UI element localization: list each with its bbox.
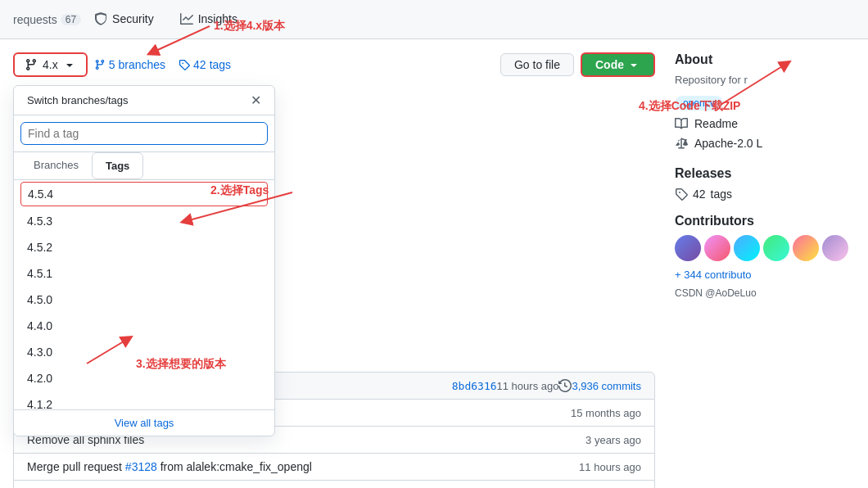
dropdown-list-item[interactable]: 4.5.1	[14, 260, 274, 287]
tag-search-input[interactable]	[20, 122, 268, 145]
branch-selector-button[interactable]: 4.x	[13, 52, 88, 77]
tags-count-link[interactable]: 42 tags	[675, 188, 855, 201]
file-time: 15 months ago	[571, 407, 641, 419]
dropdown-title: Switch branches/tags	[27, 94, 129, 106]
dropdown-search	[14, 115, 274, 152]
main-container: 1.选择4.x版本 4.x 5 branches	[0, 39, 868, 488]
tags-text-label: tags	[711, 188, 732, 201]
sidebar: About Repository for r opencv Readme Apa…	[675, 52, 855, 488]
topic-badge[interactable]: opencv	[675, 96, 723, 111]
tag-icon	[179, 59, 190, 70]
view-all-tags[interactable]: View all tags	[14, 409, 274, 436]
graph-icon	[180, 12, 193, 25]
code-button[interactable]: Code	[581, 52, 655, 77]
requests-label: requests	[13, 13, 57, 26]
contributor-avatars	[675, 235, 855, 261]
contributors-section: Contributors + 344 contributo CSDN @AoDe…	[675, 214, 855, 299]
table-row: Merge pull request #3128 from alalek:cma…	[14, 454, 654, 481]
tags-link[interactable]: 42 tags	[179, 58, 231, 71]
dropdown-list-item[interactable]: 4.3.0	[14, 339, 274, 365]
contributors-title: Contributors	[675, 214, 855, 228]
tags-tab[interactable]: Tags	[92, 152, 143, 179]
branch-bar-wrapper: 1.选择4.x版本 4.x 5 branches	[13, 52, 655, 77]
branch-bar: 4.x 5 branches 42 tags G	[13, 52, 655, 77]
commit-hash[interactable]: 8bd6316	[452, 380, 497, 392]
avatar[interactable]	[734, 235, 760, 261]
releases-section: Releases 42 tags	[675, 166, 855, 201]
repo-content: 1.选择4.x版本 4.x 5 branches	[13, 52, 655, 488]
file-time: 11 hours ago	[579, 461, 641, 473]
file-time: 3 years ago	[585, 434, 641, 446]
readme-link[interactable]: Readme	[675, 117, 855, 130]
history-icon	[558, 379, 572, 392]
commits-count[interactable]: 3,936 commits	[572, 380, 641, 392]
tags-count: 42	[193, 58, 206, 71]
security-nav-item[interactable]: Security	[81, 2, 167, 37]
git-branch-icon	[25, 58, 38, 71]
code-label: Code	[595, 58, 624, 71]
tag-small-icon	[675, 188, 688, 201]
avatar[interactable]	[704, 235, 730, 261]
csdn-credit: CSDN @AoDeLuo	[675, 287, 855, 299]
law-icon	[675, 137, 688, 150]
avatar[interactable]	[793, 235, 819, 261]
readme-label: Readme	[694, 117, 738, 130]
avatar[interactable]	[763, 235, 789, 261]
branches-label: branches	[118, 58, 165, 71]
about-section: About Repository for r opencv Readme Apa…	[675, 52, 855, 150]
tags-label: tags	[210, 58, 231, 71]
avatar[interactable]	[675, 235, 701, 261]
dropdown-close-button[interactable]: ✕	[251, 93, 261, 108]
commit-link[interactable]: #3128	[125, 460, 157, 473]
avatar[interactable]	[822, 235, 848, 261]
dropdown-list-item[interactable]: 4.2.0	[14, 365, 274, 391]
book-icon	[675, 117, 688, 130]
commit-time: 11 hours ago	[497, 380, 559, 392]
insights-label: Insights	[198, 12, 237, 25]
branches-tab[interactable]: Branches	[20, 152, 92, 179]
license-link[interactable]: Apache-2.0 L	[675, 137, 855, 150]
git-branch-small-icon	[94, 59, 106, 70]
goto-file-button[interactable]: Go to file	[500, 53, 574, 76]
dropdown-list-item[interactable]: 4.5.2	[14, 234, 274, 260]
table-row: moved DIS optical flow from opencv_contr…	[14, 481, 654, 488]
security-label: Security	[112, 12, 154, 25]
dropdown-list-item[interactable]: 4.1.2	[14, 391, 274, 409]
tags-count-label: 42	[693, 188, 706, 201]
contributors-more-link[interactable]: + 344 contributo	[675, 269, 752, 281]
releases-title: Releases	[675, 166, 855, 181]
dropdown-tabs: Branches Tags	[14, 152, 274, 180]
about-title: About	[675, 52, 855, 67]
meta-links: 5 branches 42 tags	[94, 58, 231, 71]
dropdown-list-item[interactable]: 4.4.0	[14, 313, 274, 339]
dropdown-header: Switch branches/tags ✕	[14, 86, 274, 115]
file-message: Merge pull request #3128 from alalek:cma…	[27, 460, 569, 473]
shield-icon	[94, 12, 107, 25]
license-label: Apache-2.0 L	[694, 137, 762, 150]
insights-nav-item[interactable]: Insights	[167, 2, 251, 37]
dropdown-list: 4.5.44.5.34.5.24.5.14.5.04.4.04.3.04.2.0…	[14, 180, 274, 409]
chevron-down-icon	[63, 58, 76, 71]
dropdown-list-item[interactable]: 4.5.0	[14, 287, 274, 313]
branch-label: 4.x	[43, 58, 58, 71]
requests-count: 67	[61, 14, 81, 25]
about-desc: Repository for r	[675, 74, 855, 86]
top-nav: requests 67 Security Insights	[0, 0, 868, 39]
branches-count: 5	[109, 58, 115, 71]
dropdown-list-item[interactable]: 4.5.3	[14, 208, 274, 234]
dropdown-arrow-icon	[627, 58, 640, 71]
branches-link[interactable]: 5 branches	[94, 58, 165, 71]
branch-dropdown: Switch branches/tags ✕ 2.选择Tags Branches	[13, 85, 275, 436]
dropdown-list-item[interactable]: 4.5.4	[20, 182, 268, 206]
